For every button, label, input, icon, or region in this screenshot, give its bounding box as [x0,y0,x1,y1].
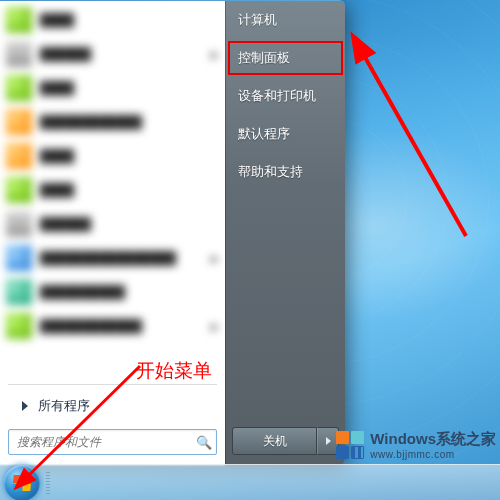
program-icon [6,211,32,237]
program-item[interactable]: ████ [0,3,225,37]
program-item[interactable]: ████████████ [0,105,225,139]
taskbar [0,464,500,500]
right-item-control-panel[interactable]: 控制面板 [226,39,345,77]
program-item[interactable]: ████████████▶ [0,309,225,343]
right-item-devices-printers[interactable]: 设备和打印机 [226,77,345,115]
right-item-default-programs[interactable]: 默认程序 [226,115,345,153]
submenu-arrow-icon: ▶ [211,253,219,264]
watermark-title: Windows系统之家 [370,430,496,449]
program-item[interactable]: ████ [0,139,225,173]
all-programs-label: 所有程序 [38,397,90,415]
divider [8,384,217,385]
program-item[interactable]: ██████ [0,207,225,241]
watermark-url: www.bjjmmc.com [370,449,496,460]
watermark: Windows系统之家 www.bjjmmc.com [336,430,496,460]
program-icon [6,177,32,203]
search-area: 🔍 [0,423,225,465]
search-input[interactable] [17,435,196,449]
program-item[interactable]: ██████▶ [0,37,225,71]
program-icon [6,279,32,305]
start-menu-left-pane: ████ ██████▶ ████ ████████████ ████ ████… [0,1,225,465]
program-icon [6,313,32,339]
chevron-right-icon [326,437,331,445]
chevron-right-icon [22,401,28,411]
watermark-logo-icon [336,431,364,459]
program-item[interactable]: ████████████████▶ [0,241,225,275]
all-programs-button[interactable]: 所有程序 [0,389,225,423]
start-menu-right-pane: 计算机 控制面板 设备和打印机 默认程序 帮助和支持 关机 [225,1,345,465]
right-item-computer[interactable]: 计算机 [226,1,345,39]
program-item[interactable]: ████ [0,173,225,207]
shutdown-button[interactable]: 关机 [232,427,317,455]
program-icon [6,75,32,101]
start-button[interactable] [4,465,40,501]
submenu-arrow-icon: ▶ [211,321,219,332]
search-icon: 🔍 [196,435,212,450]
windows-logo-icon [12,475,31,491]
program-item[interactable]: ████ [0,71,225,105]
search-box[interactable]: 🔍 [8,429,217,455]
taskbar-grip [46,472,50,494]
right-item-help-support[interactable]: 帮助和支持 [226,153,345,191]
program-icon [6,41,32,67]
program-icon [6,245,32,271]
program-icon [6,7,32,33]
shutdown-row: 关机 [226,427,345,455]
program-icon [6,109,32,135]
submenu-arrow-icon: ▶ [211,49,219,60]
program-item[interactable]: ██████████ [0,275,225,309]
program-icon [6,143,32,169]
start-menu: ████ ██████▶ ████ ████████████ ████ ████… [0,0,345,465]
pinned-program-list: ████ ██████▶ ████ ████████████ ████ ████… [0,1,225,380]
